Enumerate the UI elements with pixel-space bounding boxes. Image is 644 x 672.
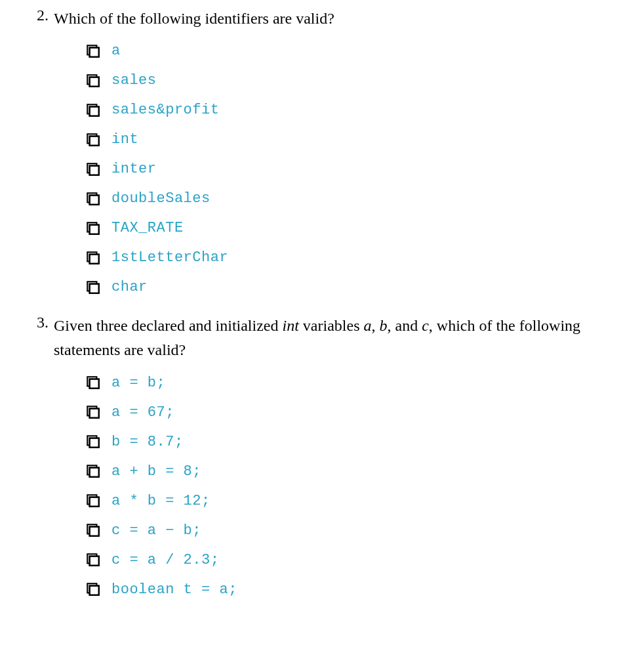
- options-list: asalessales&profitintinterdoubleSalesTAX…: [87, 43, 631, 295]
- checkbox-empty-icon: [87, 104, 100, 117]
- question-text: 2.Which of the following identifiers are…: [26, 7, 631, 31]
- option-text: a = 67;: [111, 404, 174, 421]
- svg-rect-25: [90, 284, 99, 293]
- checkbox-empty-icon: [87, 45, 100, 58]
- option-text: a = b;: [111, 375, 165, 391]
- option-row[interactable]: a = b;: [87, 375, 631, 391]
- svg-rect-16: [90, 195, 99, 204]
- checkbox-empty-icon: [87, 163, 100, 176]
- svg-rect-46: [90, 556, 99, 566]
- option-text: a + b = 8;: [111, 463, 201, 480]
- option-text: boolean t = a;: [111, 581, 237, 598]
- svg-rect-37: [90, 468, 99, 477]
- svg-rect-31: [90, 409, 99, 418]
- svg-rect-7: [90, 106, 99, 116]
- checkbox-empty-icon: [87, 494, 100, 507]
- svg-rect-19: [90, 224, 99, 234]
- checkbox-empty-icon: [87, 133, 100, 146]
- question-prompt: Which of the following identifiers are v…: [54, 7, 334, 31]
- question: 3.Given three declared and initialized i…: [26, 314, 631, 597]
- option-row[interactable]: a: [87, 43, 631, 59]
- checkbox-empty-icon: [87, 524, 100, 537]
- option-row[interactable]: c = a / 2.3;: [87, 552, 631, 568]
- checkbox-empty-icon: [87, 251, 100, 264]
- option-text: a: [111, 43, 121, 59]
- option-text: b = 8.7;: [111, 434, 184, 450]
- option-text: inter: [111, 161, 157, 177]
- option-text: a * b = 12;: [111, 493, 211, 509]
- option-row[interactable]: sales: [87, 72, 631, 89]
- checkbox-empty-icon: [87, 376, 100, 389]
- option-row[interactable]: TAX_RATE: [87, 220, 631, 236]
- option-text: 1stLetterChar: [111, 249, 228, 266]
- option-row[interactable]: a * b = 12;: [87, 493, 631, 509]
- checkbox-empty-icon: [87, 74, 100, 87]
- checkbox-empty-icon: [87, 435, 100, 448]
- checkbox-empty-icon: [87, 553, 100, 566]
- svg-rect-34: [90, 438, 99, 448]
- option-row[interactable]: sales&profit: [87, 102, 631, 118]
- option-text: sales: [111, 72, 157, 89]
- option-text: c = a / 2.3;: [111, 552, 219, 568]
- option-row[interactable]: a = 67;: [87, 404, 631, 421]
- svg-rect-13: [90, 165, 99, 175]
- option-row[interactable]: c = a − b;: [87, 522, 631, 539]
- checkbox-empty-icon: [87, 583, 100, 596]
- option-row[interactable]: boolean t = a;: [87, 581, 631, 598]
- option-row[interactable]: inter: [87, 161, 631, 177]
- checkbox-empty-icon: [87, 192, 100, 205]
- svg-rect-1: [90, 47, 99, 56]
- option-text: int: [111, 131, 138, 148]
- checkbox-empty-icon: [87, 281, 100, 294]
- option-row[interactable]: b = 8.7;: [87, 434, 631, 450]
- option-text: TAX_RATE: [111, 220, 184, 236]
- checkbox-empty-icon: [87, 465, 100, 478]
- question-prompt: Given three declared and initialized int…: [54, 314, 631, 362]
- checkbox-empty-icon: [87, 406, 100, 419]
- svg-rect-28: [90, 379, 99, 388]
- checkbox-empty-icon: [87, 222, 100, 235]
- svg-rect-22: [90, 254, 99, 263]
- svg-rect-43: [90, 527, 99, 536]
- option-row[interactable]: doubleSales: [87, 190, 631, 207]
- options-list: a = b;a = 67;b = 8.7;a + b = 8;a * b = 1…: [87, 375, 631, 598]
- question-number: 3.: [26, 314, 49, 331]
- option-row[interactable]: a + b = 8;: [87, 463, 631, 480]
- svg-rect-40: [90, 497, 99, 507]
- question-number: 2.: [26, 7, 49, 24]
- option-row[interactable]: 1stLetterChar: [87, 249, 631, 266]
- svg-rect-49: [90, 586, 99, 595]
- question-text: 3.Given three declared and initialized i…: [26, 314, 631, 362]
- svg-rect-10: [90, 136, 99, 145]
- svg-rect-4: [90, 77, 99, 86]
- option-row[interactable]: int: [87, 131, 631, 148]
- question: 2.Which of the following identifiers are…: [26, 7, 631, 295]
- option-text: char: [111, 279, 148, 295]
- option-text: c = a − b;: [111, 522, 201, 539]
- option-text: sales&profit: [111, 102, 219, 118]
- option-text: doubleSales: [111, 190, 211, 207]
- option-row[interactable]: char: [87, 279, 631, 295]
